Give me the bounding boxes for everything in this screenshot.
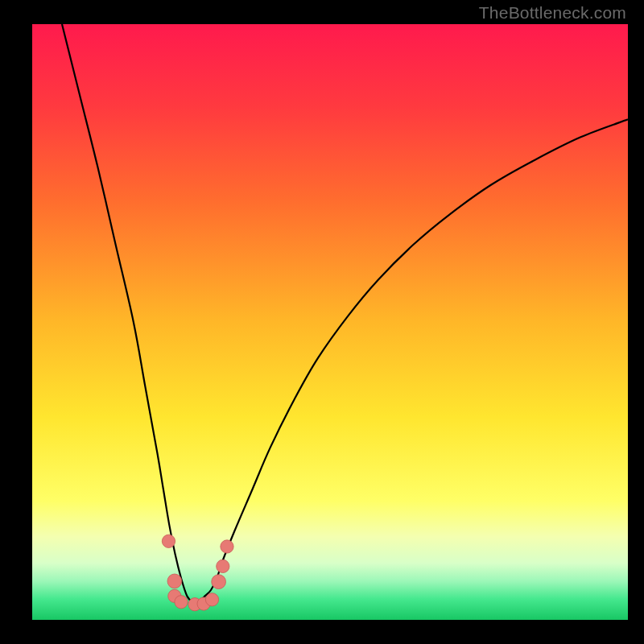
watermark-text: TheBottleneck.com	[479, 3, 626, 23]
curve-marker	[205, 593, 218, 606]
plot-area	[32, 24, 628, 620]
curve-marker	[162, 535, 175, 547]
bottleneck-curve	[32, 24, 628, 620]
chart-frame: TheBottleneck.com	[0, 0, 644, 644]
curve-marker	[212, 575, 226, 589]
curve-marker	[217, 559, 229, 572]
curve-marker	[221, 540, 233, 553]
curve-path	[62, 24, 628, 603]
curve-marker	[167, 574, 182, 588]
curve-marker	[175, 596, 188, 609]
curve-markers	[162, 535, 233, 611]
